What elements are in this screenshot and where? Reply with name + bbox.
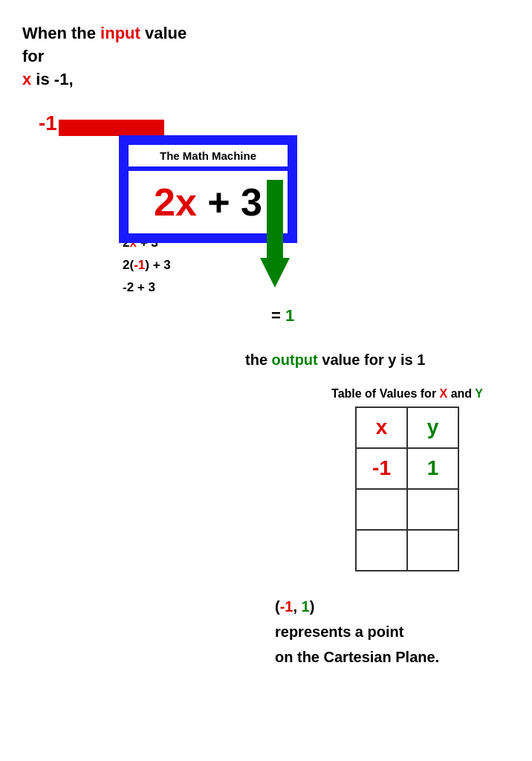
output-highlight: output bbox=[272, 352, 318, 368]
result-prefix: = bbox=[271, 306, 285, 325]
values-table: x y -1 1 bbox=[355, 407, 459, 571]
table-cell-y2 bbox=[407, 489, 458, 530]
result-line: = 1 bbox=[271, 306, 510, 326]
formula-rest: + 3 bbox=[197, 181, 262, 224]
table-header-y: y bbox=[407, 407, 458, 448]
red-arrow-area: -1 The Math Machine 2x + 3 bbox=[22, 106, 510, 254]
coord-sep: , bbox=[293, 598, 301, 615]
table-header-x: x bbox=[356, 407, 407, 448]
table-title-x: X bbox=[440, 387, 448, 400]
output-text: the output value for y is 1 bbox=[245, 352, 510, 369]
table-cell-x1: -1 bbox=[356, 448, 407, 489]
intro-line3-rest: is -1, bbox=[31, 70, 73, 88]
coord-open: ( bbox=[275, 598, 280, 615]
table-row-3 bbox=[356, 530, 458, 571]
coord-x: -1 bbox=[280, 598, 293, 615]
step2-val: -1 bbox=[134, 258, 145, 272]
table-cell-x3 bbox=[356, 530, 407, 571]
table-row-1: -1 1 bbox=[356, 448, 458, 489]
formula-x-part: 2x bbox=[154, 181, 197, 224]
output-suffix: value for y is 1 bbox=[318, 352, 426, 368]
x-highlight: x bbox=[22, 70, 31, 88]
input-highlight: input bbox=[100, 24, 140, 42]
intro-text: When the input value for x is -1, bbox=[22, 22, 510, 91]
coordinate-line2: represents a point bbox=[275, 619, 510, 644]
table-row-2 bbox=[356, 489, 458, 530]
intro-line2: for bbox=[22, 45, 510, 68]
output-prefix: the bbox=[245, 352, 272, 368]
table-cell-y1: 1 bbox=[407, 448, 458, 489]
table-cell-y3 bbox=[407, 530, 458, 571]
coord-close: ) bbox=[310, 598, 315, 615]
table-title-prefix: Table of Values for bbox=[331, 387, 440, 400]
green-arrow-svg bbox=[260, 180, 349, 299]
coordinate-pair: (-1, 1) bbox=[275, 594, 510, 619]
main-layout: -1 The Math Machine 2x + 3 bbox=[22, 106, 510, 669]
table-section: Table of Values for X and Y x y -1 1 bbox=[305, 387, 510, 571]
machine-title: The Math Machine bbox=[129, 145, 288, 166]
svg-marker-4 bbox=[260, 258, 290, 288]
coord-y: 1 bbox=[302, 598, 310, 615]
coordinate-line3: on the Cartesian Plane. bbox=[275, 644, 510, 670]
table-title-y: Y bbox=[475, 387, 483, 400]
table-title-and: and bbox=[447, 387, 475, 400]
result-value: 1 bbox=[285, 306, 294, 325]
page-container: When the input value for x is -1, -1 The… bbox=[0, 0, 532, 761]
table-cell-x2 bbox=[356, 489, 407, 530]
table-title: Table of Values for X and Y bbox=[305, 387, 510, 401]
coordinate-section: (-1, 1) represents a point on the Cartes… bbox=[275, 594, 510, 670]
